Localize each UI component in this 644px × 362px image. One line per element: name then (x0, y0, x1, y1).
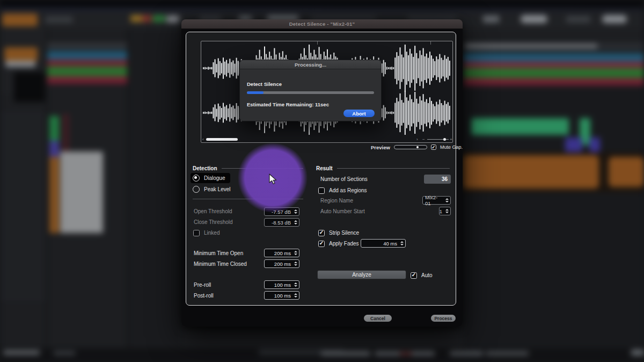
analyze-button[interactable]: Analyze (317, 270, 406, 279)
radio-icon[interactable] (193, 186, 200, 193)
post-roll-row: Post-roll (194, 291, 214, 300)
scroll-right-icon[interactable]: › (416, 136, 418, 142)
region-name-row: Region Name (320, 196, 353, 205)
apply-fades-row[interactable]: Apply Fades (318, 239, 359, 248)
min-time-open-label: Minimum Time Open (194, 250, 243, 256)
processing-title: Processing... (295, 62, 326, 68)
stepper-icon[interactable] (294, 292, 297, 299)
cancel-button[interactable]: Cancel (364, 315, 392, 322)
preview-label: Preview (371, 144, 390, 150)
auto-checkbox[interactable] (411, 272, 417, 279)
processing-task-label: Detect Silence (247, 81, 282, 87)
post-roll-value: 100 ms (274, 293, 291, 299)
abort-button[interactable]: Abort (343, 110, 375, 117)
dialog-title: Detect Silence - "Mix2-01" (289, 21, 355, 27)
region-name-value: Mix2-01 (425, 194, 442, 206)
zoom-slider[interactable] (427, 139, 449, 140)
mouse-cursor-icon (269, 173, 279, 185)
number-of-sections-value: 36 (424, 175, 451, 184)
detection-header: Detection (193, 165, 217, 171)
divider (337, 168, 450, 169)
process-button[interactable]: Process (431, 315, 456, 322)
waveform-tick (317, 41, 318, 45)
analyze-label: Analyze (352, 272, 371, 278)
apply-fades-field[interactable]: 40 ms (361, 239, 406, 248)
process-label: Process (434, 316, 452, 321)
radio-icon[interactable] (193, 175, 200, 182)
linked-checkbox[interactable] (193, 230, 200, 236)
stepper-icon[interactable] (294, 219, 297, 226)
number-of-sections-row: Number of Sections (320, 175, 368, 184)
linked-label: Linked (204, 230, 219, 236)
auto-number-start-label: Auto Number Start (320, 208, 365, 214)
stepper-icon[interactable] (294, 249, 297, 257)
stepper-icon[interactable] (445, 207, 449, 215)
auto-number-start-row: Auto Number Start (320, 207, 365, 216)
region-name-label: Region Name (320, 198, 353, 204)
processing-titlebar[interactable]: Processing... (240, 60, 381, 69)
apply-fades-value: 40 ms (383, 241, 397, 247)
zoom-out-icon[interactable]: − (422, 136, 425, 142)
strip-silence-label: Strip Silence (329, 230, 359, 236)
add-as-regions-checkbox[interactable] (318, 187, 325, 194)
auto-number-start-value: 1 (440, 208, 442, 214)
strip-silence-row[interactable]: Strip Silence (318, 228, 359, 237)
add-as-regions-label: Add as Regions (329, 187, 367, 193)
open-threshold-row: Open Threshold (194, 207, 232, 216)
pre-roll-row: Pre-roll (194, 280, 211, 289)
radio-peak-level-label: Peak Level (204, 186, 230, 192)
waveform-scrollbar: ‹ › − + (201, 136, 452, 142)
zoom-in-icon[interactable]: + (450, 136, 452, 142)
mute-gap-checkbox[interactable] (431, 144, 436, 150)
cancel-label: Cancel (370, 316, 385, 321)
waveform-tick (430, 41, 431, 45)
zoom-slider-handle[interactable] (443, 138, 446, 141)
min-time-closed-row: Minimum Time Closed (194, 259, 247, 269)
stepper-icon[interactable] (400, 240, 404, 247)
linked-row[interactable]: Linked (193, 228, 219, 237)
number-of-sections-text: 36 (442, 176, 448, 182)
progress-fill (247, 91, 264, 94)
strip-silence-checkbox[interactable] (318, 230, 325, 236)
min-time-closed-value: 200 ms (274, 261, 291, 267)
close-threshold-field[interactable]: -8.53 dB (264, 218, 299, 227)
preview-slider[interactable] (394, 145, 427, 149)
min-time-open-row: Minimum Time Open (194, 249, 243, 258)
close-threshold-value: -8.53 dB (272, 220, 291, 226)
add-as-regions-row[interactable]: Add as Regions (318, 186, 367, 195)
open-threshold-label: Open Threshold (194, 208, 232, 214)
min-time-closed-label: Minimum Time Closed (194, 261, 247, 267)
mute-gap-label: Mute Gap. (440, 144, 463, 150)
close-threshold-row: Close Threshold (194, 218, 233, 227)
processing-dialog: Processing... Detect Silence Estimated T… (239, 60, 382, 121)
apply-fades-label: Apply Fades (329, 241, 359, 247)
abort-label: Abort (352, 111, 365, 117)
dialog-titlebar[interactable]: Detect Silence - "Mix2-01" (181, 19, 463, 29)
auto-label: Auto (421, 272, 433, 278)
preview-slider-handle[interactable] (416, 146, 419, 148)
stepper-icon[interactable] (294, 208, 297, 215)
min-time-open-field[interactable]: 200 ms (264, 249, 299, 257)
result-header: Result (316, 165, 333, 171)
auto-row[interactable]: Auto (411, 271, 433, 280)
progress-bar (247, 91, 374, 94)
result-header-row: Result (316, 164, 450, 173)
min-time-open-value: 200 ms (274, 250, 291, 256)
radio-peak-level[interactable]: Peak Level (193, 185, 230, 194)
scroll-left-icon[interactable]: ‹ (202, 136, 204, 142)
min-time-closed-field[interactable]: 200 ms (264, 259, 299, 268)
eta-label: Estimated Time Remaining: 11sec (247, 102, 329, 107)
scrollbar-thumb[interactable] (206, 138, 238, 141)
stepper-icon[interactable] (445, 197, 449, 204)
region-name-field[interactable]: Mix2-01 (422, 196, 451, 205)
radio-dialogue-label: Dialogue (204, 175, 225, 181)
stepper-icon[interactable] (294, 281, 297, 288)
apply-fades-checkbox[interactable] (318, 241, 325, 247)
auto-number-start-field[interactable]: 1 (439, 207, 451, 215)
radio-dialogue[interactable]: Dialogue (191, 173, 230, 183)
post-roll-label: Post-roll (194, 293, 214, 299)
stepper-icon[interactable] (294, 260, 297, 267)
pre-roll-field[interactable]: 100 ms (264, 280, 299, 289)
number-of-sections-label: Number of Sections (320, 176, 368, 182)
post-roll-field[interactable]: 100 ms (264, 291, 299, 300)
